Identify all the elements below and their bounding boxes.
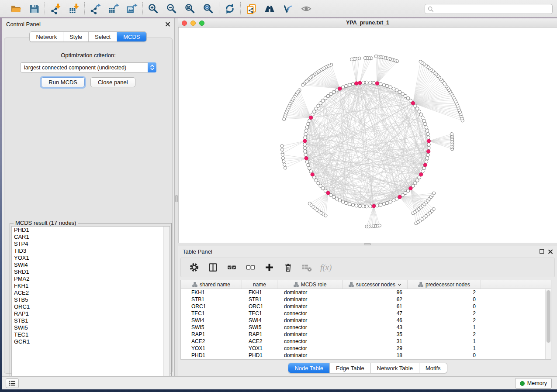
memory-button[interactable]: Memory xyxy=(515,378,552,389)
column-header-MCDS-role[interactable]: MCDS role xyxy=(277,280,343,289)
column-label: successor nodes xyxy=(356,282,395,288)
table-row[interactable]: TEC1TEC1connector472 xyxy=(181,310,551,317)
mcds-result-item[interactable]: SWI4 xyxy=(12,261,170,268)
import-network-button[interactable] xyxy=(49,3,62,15)
network-canvas[interactable] xyxy=(178,28,557,243)
zoom-fit-button[interactable] xyxy=(184,3,196,15)
mcds-result-item[interactable]: STB5 xyxy=(12,296,170,303)
minimize-window-icon[interactable] xyxy=(190,21,196,26)
mcds-result-item[interactable]: CAR1 xyxy=(12,234,170,241)
close-window-icon[interactable] xyxy=(182,21,187,26)
mcds-result-item[interactable]: PHD1 xyxy=(12,227,170,234)
splitter-grip[interactable] xyxy=(364,243,371,245)
column-header-predecessor-nodes[interactable]: predecessor nodes xyxy=(408,280,481,289)
table-row[interactable]: ORC1ORC1dominator610 xyxy=(181,303,551,310)
table-row[interactable]: YOX1YOX1connector291 xyxy=(181,345,551,352)
tab-motifs[interactable]: Motifs xyxy=(419,363,447,373)
tab-network-table[interactable]: Network Table xyxy=(371,363,419,373)
close-panel-button[interactable]: Close panel xyxy=(90,77,135,87)
hide-selection-button[interactable] xyxy=(282,3,294,15)
table-cell: SWI4 xyxy=(242,317,277,323)
maximize-window-icon[interactable] xyxy=(199,21,204,26)
table-row[interactable]: ACE2ACE2connector311 xyxy=(181,338,551,345)
mcds-result-item[interactable]: YOX1 xyxy=(12,254,170,261)
columns-button[interactable] xyxy=(208,262,219,273)
show-all-icon xyxy=(301,3,312,14)
tab-edge-table[interactable]: Edge Table xyxy=(330,363,371,373)
mcds-result-item[interactable]: ACE2 xyxy=(12,289,170,296)
tab-select[interactable]: Select xyxy=(89,32,117,41)
mcds-result-item[interactable]: SWI5 xyxy=(12,324,170,331)
zoom-in-icon xyxy=(148,3,159,14)
mcds-result-item[interactable]: TEC1 xyxy=(12,331,170,338)
dropdown-stepper-icon[interactable] xyxy=(148,62,156,72)
mcds-result-item[interactable]: FKH1 xyxy=(12,282,170,289)
table-row[interactable]: FKH1FKH1dominator962 xyxy=(181,289,551,296)
mcds-list-scrollbar[interactable] xyxy=(163,227,170,383)
settings-button[interactable] xyxy=(189,262,200,273)
mcds-result-group: MCDS result (17 nodes) PHD1CAR1STP4TID3Y… xyxy=(10,223,172,385)
add-row-button[interactable] xyxy=(264,262,275,273)
close-panel-icon[interactable] xyxy=(165,22,170,27)
mcds-result-item[interactable]: STB1 xyxy=(12,317,170,324)
show-all-button[interactable] xyxy=(300,3,312,15)
table-row[interactable]: RAP1RAP1dominator352 xyxy=(181,331,551,338)
table-row[interactable]: SWI4SWI4dominator462 xyxy=(181,317,551,324)
save-session-button[interactable] xyxy=(28,3,40,15)
deselect-all-button[interactable] xyxy=(245,262,256,273)
select-all-button[interactable] xyxy=(226,262,238,273)
list-menu-icon xyxy=(8,380,16,386)
table-row[interactable]: STB1STB1dominator620 xyxy=(181,296,551,303)
network-graph[interactable] xyxy=(179,28,557,243)
open-session-button[interactable] xyxy=(10,3,22,15)
panel-menu-button[interactable] xyxy=(6,378,19,388)
search-network-button[interactable] xyxy=(263,3,276,15)
network-window-titlebar[interactable]: YPA_prune.txt_1 xyxy=(178,18,557,28)
float-panel-icon[interactable] xyxy=(540,249,544,254)
mcds-result-item[interactable]: PMA2 xyxy=(12,275,170,282)
horizontal-splitter[interactable] xyxy=(178,243,557,246)
search-input[interactable] xyxy=(436,6,550,12)
column-header-shared-name[interactable]: shared name xyxy=(181,280,242,289)
column-header-name[interactable]: name xyxy=(242,280,277,289)
export-image-button[interactable] xyxy=(126,3,138,15)
node-table[interactable]: shared namenameMCDS rolesuccessor nodesp… xyxy=(180,280,551,360)
vertical-splitter[interactable] xyxy=(175,18,178,376)
mcds-result-item[interactable]: TID3 xyxy=(12,248,170,254)
run-mcds-button[interactable]: Run MCDS xyxy=(41,77,85,87)
table-header-row[interactable]: shared namenameMCDS rolesuccessor nodesp… xyxy=(181,280,551,289)
optimization-criterion-dropdown[interactable]: largest connected component (undirected) xyxy=(20,62,156,72)
column-header-successor-nodes[interactable]: successor nodes xyxy=(343,280,408,289)
zoom-out-button[interactable] xyxy=(166,3,178,15)
mcds-result-item[interactable]: RAP1 xyxy=(12,310,170,317)
splitter-grip[interactable] xyxy=(175,195,178,202)
table-row[interactable]: SWI5SWI5connector431 xyxy=(181,324,551,331)
tab-network[interactable]: Network xyxy=(30,32,63,41)
export-network-button[interactable] xyxy=(89,3,101,15)
table-cell: SWI5 xyxy=(181,324,242,330)
tab-node-table[interactable]: Node Table xyxy=(288,363,330,373)
table-cell: connector xyxy=(277,345,343,351)
table-cell: YOX1 xyxy=(242,345,277,351)
export-table-button[interactable] xyxy=(107,3,120,15)
mcds-result-item[interactable]: GCR1 xyxy=(12,338,170,345)
scrollbar-thumb[interactable] xyxy=(547,290,550,343)
delete-rows-button[interactable] xyxy=(283,262,294,273)
zoom-in-button[interactable] xyxy=(147,3,159,15)
search-field[interactable] xyxy=(425,4,553,14)
table-scrollbar[interactable] xyxy=(545,289,551,359)
table-cell: dominator xyxy=(277,331,343,337)
table-row[interactable]: PHD1PHD1dominator180 xyxy=(181,352,551,359)
mcds-result-list[interactable]: PHD1CAR1STP4TID3YOX1SWI4SRD1PMA2FKH1ACE2… xyxy=(11,226,170,384)
import-table-button[interactable] xyxy=(68,3,80,15)
refresh-button[interactable] xyxy=(224,3,236,15)
close-panel-icon[interactable] xyxy=(548,249,553,254)
mcds-result-item[interactable]: STP4 xyxy=(12,241,170,248)
float-panel-icon[interactable] xyxy=(157,22,161,26)
mcds-result-item[interactable]: SRD1 xyxy=(12,268,170,275)
tab-mcds[interactable]: MCDS xyxy=(117,32,146,41)
zoom-selected-button[interactable] xyxy=(202,3,214,15)
clone-network-button[interactable] xyxy=(245,3,257,15)
mcds-result-item[interactable]: ORC1 xyxy=(12,303,170,310)
tab-style[interactable]: Style xyxy=(63,32,89,41)
